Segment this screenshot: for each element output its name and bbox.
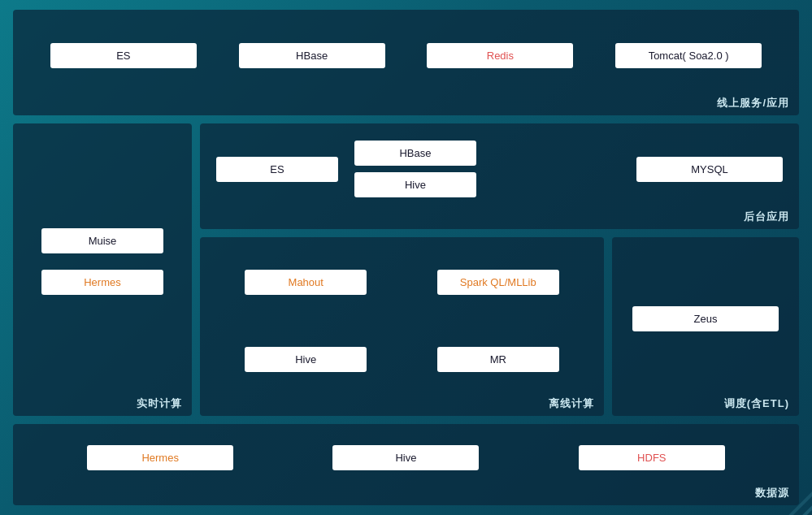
section-online: ES HBase Redis Tomcat( Soa2.0 ) 线上服务/应用	[13, 10, 799, 115]
btn-hbase-online[interactable]: HBase	[239, 43, 385, 68]
label-realtime: 实时计算	[137, 396, 182, 411]
section-realtime: Muise Hermes 实时计算	[13, 123, 192, 416]
btn-zeus[interactable]: Zeus	[632, 306, 779, 331]
btn-muise[interactable]: Muise	[41, 228, 163, 253]
section-schedule: Zeus 调度(含ETL)	[612, 237, 799, 416]
bottom-middle: Mahout Spark QL/MLLib Hive MR 离线计算 Zeus …	[200, 237, 799, 416]
btn-hermes-datasource[interactable]: Hermes	[87, 445, 233, 470]
btn-hbase-backend[interactable]: HBase	[354, 141, 476, 166]
btn-hive-datasource[interactable]: Hive	[332, 445, 479, 470]
middle-right: ES HBase Hive MYSQL 后台应用 Mahout Spark QL…	[200, 123, 799, 416]
label-offline: 离线计算	[549, 396, 594, 411]
btn-mahout[interactable]: Mahout	[245, 270, 367, 295]
btn-mr[interactable]: MR	[437, 347, 559, 372]
btn-hive-backend[interactable]: Hive	[354, 172, 476, 197]
btn-mysql-backend[interactable]: MYSQL	[636, 157, 783, 182]
btn-hive-offline[interactable]: Hive	[245, 347, 367, 372]
label-datasource: 数据源	[755, 486, 789, 500]
btn-redis-online[interactable]: Redis	[427, 43, 573, 68]
backend-mid: HBase Hive	[354, 141, 476, 197]
middle-row: Muise Hermes 实时计算 ES HBase Hive MYSQL 后台…	[13, 123, 799, 416]
btn-es-backend[interactable]: ES	[216, 157, 338, 182]
main-container: ES HBase Redis Tomcat( Soa2.0 ) 线上服务/应用 …	[0, 0, 812, 515]
label-schedule: 调度(含ETL)	[724, 396, 789, 411]
section-offline: Mahout Spark QL/MLLib Hive MR 离线计算	[200, 237, 604, 416]
label-backend: 后台应用	[744, 210, 789, 224]
btn-hermes-realtime[interactable]: Hermes	[41, 270, 163, 295]
section-datasource: Hermes Hive HDFS 数据源	[13, 424, 799, 505]
backend-left: ES	[216, 157, 338, 182]
btn-es-online[interactable]: ES	[50, 43, 197, 68]
btn-sparkql[interactable]: Spark QL/MLLib	[437, 270, 559, 295]
backend-right: MYSQL	[636, 157, 783, 182]
btn-tomcat-online[interactable]: Tomcat( Soa2.0 )	[615, 43, 762, 68]
section-backend: ES HBase Hive MYSQL 后台应用	[200, 123, 799, 229]
btn-hdfs-datasource[interactable]: HDFS	[579, 445, 725, 470]
label-online: 线上服务/应用	[717, 96, 789, 110]
